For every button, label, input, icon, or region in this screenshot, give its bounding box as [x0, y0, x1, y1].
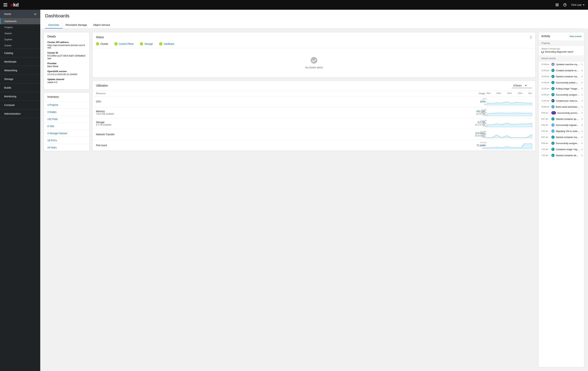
sidebar-item-storage[interactable]: Storage: [0, 75, 40, 83]
resource-badge: VM: [551, 123, 555, 127]
event-row[interactable]: 12:29 pmPSuccessfully assigned ap...: [538, 91, 584, 98]
event-row[interactable]: 8:32 amVMMigrating VM to node ip...: [538, 128, 584, 134]
sidebar-item-compute[interactable]: Compute: [0, 101, 40, 109]
chevron-right-icon: [581, 88, 583, 90]
detail-label: Cluster ID: [47, 51, 86, 54]
tab-persistent-storage[interactable]: Persistent Storage: [63, 22, 90, 29]
main-content: Dashboards Overview Persistent Storage O…: [40, 10, 588, 371]
event-row[interactable]: 10:38 amBBuild name-test/react-we...: [538, 104, 584, 110]
sidebar-item-builds[interactable]: Builds: [0, 83, 40, 92]
util-row-storage: Storage8.3 TiB available 9.2 TiBof 17.5 …: [93, 118, 536, 129]
ongoing-label: Ongoing: [538, 40, 584, 46]
event-text: Migrating VM to node ip...: [556, 130, 580, 132]
event-time: 12:29 pm: [541, 94, 550, 96]
chevron-right-icon: [581, 82, 583, 83]
event-row[interactable]: 12:29 pmPSuccessfully pulled imag...: [538, 80, 584, 85]
status-hardware[interactable]: Hardware: [159, 42, 174, 45]
event-row[interactable]: 12:29 pmPPulling image "image-re...: [538, 85, 584, 91]
event-time: 12:43 pm: [541, 63, 550, 65]
event-row[interactable]: 8:03 amPSuccessfully assigned m...: [538, 140, 584, 146]
resource-badge: P: [551, 117, 555, 120]
event-row[interactable]: 7:32 amPStarted container deploy...: [538, 152, 584, 158]
event-row[interactable]: 7:43 amPContainer image "registr...: [538, 146, 584, 152]
sidebar-section-home[interactable]: Home: [0, 10, 40, 18]
sidebar-item-catalog[interactable]: Catalog: [0, 49, 40, 57]
status-control-plane[interactable]: Control Plane: [114, 42, 134, 45]
status-card: Status Cluster Control Plane Storage Har…: [92, 32, 536, 78]
sidebar-item-dashboards[interactable]: Dashboards: [0, 18, 40, 24]
time-range-dropdown[interactable]: 6 hours: [512, 83, 532, 88]
inventory-item-pods[interactable]: 132 Pods: [44, 115, 89, 122]
help-icon[interactable]: ?: [563, 3, 567, 6]
event-text: Created pod: react-web-...: [556, 100, 580, 102]
detail-value: 67c1f85e-a137-4915-8a87-2b98afbb3aae: [47, 54, 86, 60]
chevron-right-icon: [581, 63, 583, 65]
event-row[interactable]: 9:08 amPVCSuccessfully provision...: [538, 110, 584, 116]
util-head-usage: Usage: [466, 92, 487, 95]
events-list[interactable]: 12:43 pmMUpdated machine mynam...12:29 p…: [538, 61, 584, 158]
sidebar-item-monitoring[interactable]: Monitoring: [0, 92, 40, 100]
inventory-item-nodes[interactable]: 3 Nodes: [44, 108, 89, 115]
status-cluster: Cluster: [96, 42, 108, 45]
app-launcher-icon[interactable]: [556, 3, 558, 6]
resource-badge: P: [551, 148, 555, 151]
inventory-item-disks[interactable]: 24 Disks: [44, 144, 89, 151]
sidebar-item-projects[interactable]: Projects: [0, 24, 40, 30]
inventory-title: Inventory: [44, 93, 89, 101]
chevron-right-icon: [581, 136, 583, 138]
detail-value: https://api.clustername.domain.com:6443: [47, 44, 86, 49]
tabs: Overview Persistent Storage Object Servi…: [45, 22, 583, 29]
resource-badge: PVC: [551, 111, 556, 114]
event-time: 10:38 am: [541, 106, 550, 108]
sidebar-item-events[interactable]: Events: [0, 42, 40, 49]
event-time: 8:32 am: [541, 130, 550, 132]
event-row[interactable]: 8:57 amPStarted container appde...: [538, 116, 584, 122]
event-row[interactable]: 12:29 pmPStarted container reacta...: [538, 73, 584, 80]
resource-badge: P: [551, 142, 555, 145]
inventory-item-vms[interactable]: 8 VMs: [44, 122, 89, 130]
user-menu[interactable]: First Last: [571, 3, 585, 6]
util-time-ticks: 9am10am11am12pm1pm: [487, 92, 532, 95]
status-storage[interactable]: Storage: [140, 42, 153, 45]
view-events-link[interactable]: View events: [569, 35, 582, 38]
sidebar: Home Dashboards Projects Search Explore …: [0, 10, 40, 371]
tab-overview[interactable]: Overview: [45, 22, 62, 29]
event-row[interactable]: 12:43 pmMUpdated machine mynam...: [538, 61, 584, 67]
inventory-item-projects[interactable]: 3 Projects: [44, 101, 89, 108]
tab-object-service[interactable]: Object Service: [90, 22, 113, 29]
event-text: Started container manag...: [556, 136, 580, 139]
inventory-card: Inventory 3 Projects 3 Nodes 132 Pods 8 …: [44, 92, 90, 151]
detail-label: OpenShift version: [47, 70, 86, 73]
sidebar-item-search[interactable]: Search: [0, 30, 40, 36]
util-row-cpu: CPU 82% 100%50%0%: [93, 96, 536, 107]
event-row[interactable]: 11:02 amRCCreated pod: react-web-...: [538, 98, 584, 104]
chevron-right-icon: [581, 76, 583, 77]
activity-title: Activity: [541, 35, 550, 38]
sidebar-item-networking[interactable]: Networking: [0, 66, 40, 75]
resource-badge: P: [551, 69, 555, 72]
event-text: Started container reacta...: [556, 75, 580, 78]
masthead: okd ? First Last: [0, 0, 588, 10]
check-circle-icon: [311, 57, 317, 64]
inventory-item-pvcs[interactable]: 16 PVCs: [44, 137, 89, 144]
chevron-right-icon: [581, 112, 583, 114]
event-text: Updated machine mynam...: [556, 63, 580, 66]
chevron-right-icon: [581, 148, 583, 150]
chevron-right-icon: [581, 94, 583, 96]
chevron-right-icon: [581, 118, 583, 120]
utilization-title: Utilization: [96, 84, 108, 87]
event-text: Created container reacta...: [556, 69, 580, 72]
sidebar-item-administration[interactable]: Administration: [0, 109, 40, 118]
resource-badge: P: [551, 75, 555, 78]
sidebar-item-explore[interactable]: Explore: [0, 36, 40, 42]
event-text: Successfully assigned ap...: [556, 93, 580, 96]
event-row[interactable]: 8:07 amPStarted container manag...: [538, 134, 584, 140]
kebab-menu-icon[interactable]: [530, 35, 532, 40]
event-row[interactable]: 12:29 pmPCreated container reacta...: [538, 67, 584, 73]
logo[interactable]: okd: [10, 2, 19, 8]
hamburger-menu-icon[interactable]: [3, 3, 7, 6]
sidebar-item-workloads[interactable]: Workloads: [0, 57, 40, 66]
inventory-item-storage-classes[interactable]: 4 Storage Classes: [44, 130, 89, 137]
util-row-memory: Memory720.9 GiB available 432 GiBof 1.0 …: [93, 107, 536, 118]
event-row[interactable]: 8:32 amVMSuccessfully migrated V...: [538, 122, 584, 128]
